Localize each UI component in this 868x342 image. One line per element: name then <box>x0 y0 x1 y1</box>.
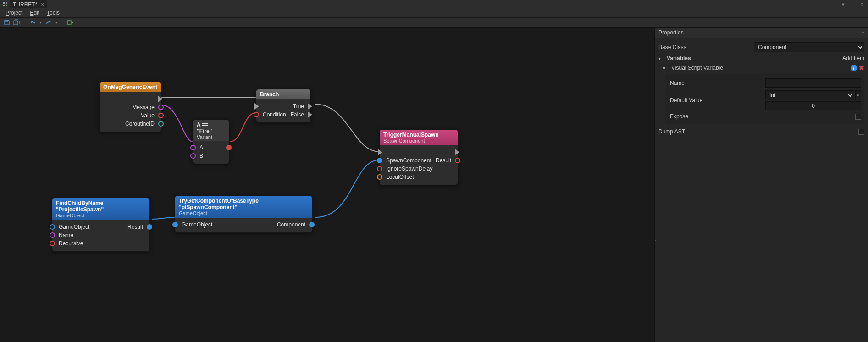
port-label-spawncomponent: SpawnComponent <box>386 157 431 164</box>
document-tab[interactable]: TURRET* × <box>10 0 47 8</box>
minimize-icon[interactable]: — <box>850 1 855 7</box>
node-title: FindChildByName "ProjectileSpawn" <box>56 200 146 213</box>
port-recursive[interactable] <box>50 241 55 246</box>
default-value-type-select[interactable]: Int <box>765 90 854 100</box>
node-title: TryGetComponentOfBaseType "plSpawnCompon… <box>179 198 308 210</box>
app-icon <box>2 1 8 7</box>
properties-title-bar[interactable]: Properties ▫ <box>655 28 868 38</box>
node-subtitle: GameObject <box>179 210 308 216</box>
dump-ast-checkbox[interactable] <box>858 129 864 135</box>
tab-close-icon[interactable]: × <box>41 1 44 8</box>
port-label-gameobject: GameObject <box>59 224 89 230</box>
node-header[interactable]: Branch <box>256 89 310 99</box>
node-subtitle: SpawnComponent <box>383 138 454 143</box>
node-title: Branch <box>260 91 279 98</box>
port-component[interactable] <box>309 222 315 227</box>
close-icon[interactable]: × <box>861 1 863 7</box>
port-true-exec[interactable] <box>308 103 312 110</box>
port-label-name: Name <box>59 232 73 238</box>
port-localoffset[interactable] <box>377 174 382 180</box>
port-spawncomponent[interactable] <box>377 158 382 163</box>
graph-canvas[interactable]: OnMsgGenericEvent Message Value Coroutin… <box>0 28 654 342</box>
port-label-result: Result <box>127 224 143 230</box>
port-result[interactable] <box>455 158 460 163</box>
row-base-class: Base Class Component <box>658 41 864 54</box>
row-vsv[interactable]: Visual Script Variable i ✖ <box>658 63 864 73</box>
port-result[interactable] <box>226 145 232 150</box>
window-controls: ▾ — × <box>842 1 866 7</box>
separator <box>25 19 25 26</box>
separator <box>62 19 62 26</box>
node-header[interactable]: TriggerManualSpawn SpawnComponent <box>380 130 458 145</box>
port-ignorespawndelay[interactable] <box>377 166 382 171</box>
port-label-b: B <box>199 153 203 159</box>
save-icon[interactable] <box>3 18 11 27</box>
port-message[interactable] <box>158 105 164 110</box>
port-b[interactable] <box>190 153 196 159</box>
undo-icon[interactable] <box>29 18 37 27</box>
delete-icon[interactable]: ✖ <box>859 64 864 72</box>
port-exec-out[interactable] <box>455 149 459 155</box>
menu-tools[interactable]: ToolsTools <box>43 9 63 17</box>
port-exec-in[interactable] <box>254 103 259 110</box>
port-exec-out[interactable] <box>158 96 163 102</box>
node-header[interactable]: FindChildByName "ProjectileSpawn" GameOb… <box>52 198 149 220</box>
save-all-icon[interactable] <box>13 18 21 27</box>
row-expose: Expose <box>670 112 861 121</box>
node-header[interactable]: A == "Fire" Variant <box>193 120 229 141</box>
row-dump-ast: Dump AST <box>658 127 864 136</box>
menu-edit[interactable]: EditEdit <box>26 9 43 17</box>
menu-project[interactable]: PProjectroject <box>2 9 26 17</box>
info-icon[interactable]: i <box>851 65 857 71</box>
node-subtitle: GameObject <box>56 213 146 218</box>
port-coroutineid[interactable] <box>158 121 164 127</box>
name-input[interactable] <box>765 78 861 88</box>
port-exec-in[interactable] <box>378 149 382 155</box>
node-title: TriggerManualSpawn <box>383 132 454 138</box>
type-extra-button[interactable]: ▾ <box>855 90 861 100</box>
port-label-message: Message <box>132 104 155 110</box>
svg-rect-1 <box>6 2 7 4</box>
port-label-false: False <box>291 111 304 118</box>
node-trygetcomponent[interactable]: TryGetComponentOfBaseType "plSpawnCompon… <box>175 195 312 233</box>
port-result[interactable] <box>147 224 152 230</box>
default-value-number-input[interactable] <box>765 101 861 110</box>
port-condition[interactable] <box>254 112 259 117</box>
port-label-result: Result <box>436 157 451 164</box>
port-value[interactable] <box>158 113 164 118</box>
node-findchildbyname[interactable]: FindChildByName "ProjectileSpawn" GameOb… <box>52 198 150 252</box>
port-name[interactable] <box>50 232 55 238</box>
compile-icon[interactable] <box>66 18 74 27</box>
node-onmsggenericevent[interactable]: OnMsgGenericEvent Message Value Coroutin… <box>99 82 161 132</box>
port-label-a: A <box>199 144 203 151</box>
node-equals-fire[interactable]: A == "Fire" Variant A B <box>193 119 229 164</box>
redo-dropdown-icon[interactable]: ▾ <box>55 18 58 27</box>
node-header[interactable]: OnMsgGenericEvent <box>100 82 161 92</box>
panel-resize-grip[interactable]: ⋮ <box>653 238 657 243</box>
svg-rect-4 <box>6 20 8 22</box>
panel-undock-icon[interactable]: ▫ <box>862 29 864 36</box>
caret-icon[interactable] <box>663 65 668 71</box>
expose-checkbox[interactable] <box>855 114 861 120</box>
node-header[interactable]: TryGetComponentOfBaseType "plSpawnCompon… <box>175 196 312 218</box>
node-branch[interactable]: Branch True Condition False <box>256 89 311 123</box>
dropdown-icon[interactable]: ▾ <box>842 1 845 7</box>
redo-icon[interactable] <box>44 18 53 27</box>
row-variables[interactable]: Variables Add Item <box>658 54 864 63</box>
node-triggermanualspawn[interactable]: TriggerManualSpawn SpawnComponent SpawnC… <box>379 129 458 185</box>
base-class-select[interactable]: Component <box>754 42 864 52</box>
properties-panel: Properties ▫ Base Class Component Variab… <box>654 28 868 342</box>
node-subtitle: Variant <box>197 134 225 140</box>
node-title: OnMsgGenericEvent <box>103 84 157 90</box>
port-label-gameobject: GameObject <box>182 221 212 228</box>
port-a[interactable] <box>190 145 196 150</box>
port-gameobject[interactable] <box>50 224 55 230</box>
label-default-value: Default Value <box>670 97 762 104</box>
undo-dropdown-icon[interactable]: ▾ <box>39 18 43 27</box>
caret-icon[interactable] <box>658 55 663 61</box>
add-item-button[interactable]: Add Item <box>842 55 864 61</box>
port-false-exec[interactable] <box>308 111 312 118</box>
port-gameobject[interactable] <box>172 222 178 227</box>
label-dump-ast: Dump AST <box>658 128 750 135</box>
svg-rect-5 <box>67 21 71 24</box>
